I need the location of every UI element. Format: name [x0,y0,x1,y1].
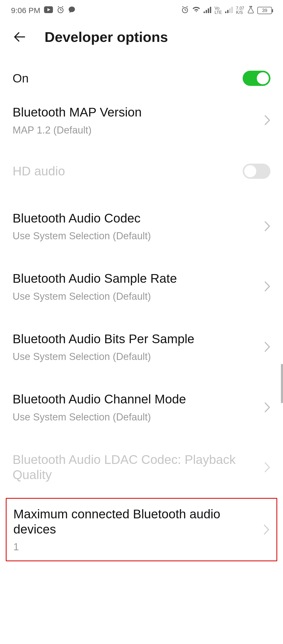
status-time: 9:06 PM [11,6,40,15]
battery-icon: 39 [257,7,272,14]
hd-audio-row: HD audio [0,147,283,196]
net-speed: 7.07K/S [236,6,244,15]
chevron-right-icon [264,221,270,232]
svg-rect-12 [204,12,205,13]
hd-audio-toggle [243,164,270,179]
bt-audio-codec-subtitle: Use System Selection (Default) [13,230,259,242]
bt-map-version-row[interactable]: Bluetooth MAP Version MAP 1.2 (Default) [0,96,283,147]
hd-audio-title: HD audio [13,164,243,179]
bt-map-version-subtitle: MAP 1.2 (Default) [13,125,259,136]
svg-line-11 [187,6,188,7]
svg-rect-15 [210,7,211,13]
bt-ldac-row: Bluetooth Audio LDAC Codec: Playback Qua… [0,434,283,496]
chevron-right-icon [264,341,270,352]
master-toggle-row[interactable]: On [0,61,283,96]
signal2-icon [225,6,233,15]
alarm-icon [57,6,64,15]
max-bt-devices-row[interactable]: Maximum connected Bluetooth audio device… [7,499,276,560]
svg-line-6 [62,6,63,7]
back-icon[interactable] [12,29,27,45]
bt-map-version-title: Bluetooth MAP Version [13,105,259,120]
svg-rect-16 [225,12,226,13]
bt-audio-codec-title: Bluetooth Audio Codec [13,211,259,226]
bt-sample-rate-subtitle: Use System Selection (Default) [13,291,259,302]
scroll-indicator[interactable] [281,364,283,403]
svg-rect-14 [208,8,209,13]
bt-channel-mode-row[interactable]: Bluetooth Audio Channel Mode Use System … [0,373,283,434]
bt-channel-mode-subtitle: Use System Selection (Default) [13,412,259,423]
flask-icon [247,6,254,15]
svg-rect-19 [231,7,233,13]
signal1-icon [204,6,211,15]
bt-audio-codec-row[interactable]: Bluetooth Audio Codec Use System Selecti… [0,196,283,253]
bt-channel-mode-title: Bluetooth Audio Channel Mode [13,392,259,407]
svg-rect-18 [229,8,231,13]
volte-label: VoLTE [215,6,222,15]
master-toggle[interactable] [243,71,270,86]
chevron-right-icon [263,524,270,535]
chevron-right-icon [264,281,270,292]
svg-rect-13 [206,10,207,13]
master-toggle-label: On [13,71,243,85]
svg-rect-17 [227,10,228,13]
bt-sample-rate-title: Bluetooth Audio Sample Rate [13,271,259,286]
chevron-right-icon [264,402,270,413]
chevron-right-icon [264,115,270,126]
bt-sample-rate-row[interactable]: Bluetooth Audio Sample Rate Use System S… [0,253,283,313]
bt-bits-per-sample-subtitle: Use System Selection (Default) [13,351,259,362]
youtube-icon [44,6,53,15]
app-header: Developer options [0,21,283,53]
svg-line-5 [58,6,59,7]
highlighted-setting: Maximum connected Bluetooth audio device… [6,498,277,561]
status-left: 9:06 PM [11,6,75,15]
chevron-right-icon [264,462,270,473]
status-right: VoLTE 7.07K/S 39 [181,6,272,15]
chat-icon [68,6,75,15]
wifi-icon [192,6,200,15]
bt-ldac-title: Bluetooth Audio LDAC Codec: Playback Qua… [13,452,259,482]
page-title: Developer options [45,29,168,45]
bt-bits-per-sample-title: Bluetooth Audio Bits Per Sample [13,331,259,347]
alarm2-icon [181,6,189,15]
content: On Bluetooth MAP Version MAP 1.2 (Defaul… [0,53,283,561]
max-bt-devices-subtitle: 1 [13,541,258,553]
svg-line-10 [182,6,183,7]
bt-bits-per-sample-row[interactable]: Bluetooth Audio Bits Per Sample Use Syst… [0,313,283,374]
status-bar: 9:06 PM VoLTE 7.07K/S 39 [0,0,283,21]
max-bt-devices-title: Maximum connected Bluetooth audio device… [13,507,258,537]
